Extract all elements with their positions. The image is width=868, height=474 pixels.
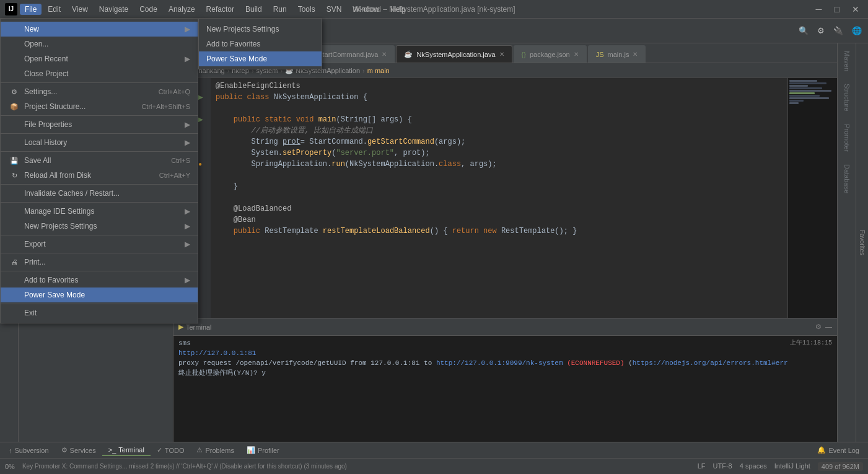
menu-save-all[interactable]: 💾 Save All Ctrl+S [1,153,198,168]
tab-close-mainjs[interactable]: ✕ [633,51,638,58]
menu-local-history[interactable]: Local History ▶ [1,135,198,150]
tab-profiler[interactable]: 📊 Profiler [240,445,286,455]
menu-refactor[interactable]: Refactor [201,4,239,15]
menu-reload[interactable]: ↻ Reload All from Disk Ctrl+Alt+Y [1,168,198,183]
tab-label-package: package.json [530,51,570,58]
code-content[interactable]: @EnableFeignClients public class NkSyste… [211,78,787,318]
promoter-panel-icon[interactable]: Promoter [843,119,851,157]
subversion-label: Subversion [15,447,49,454]
menu-new-projects-settings[interactable]: New Projects Settings ▶ [1,219,198,234]
menu-analyze[interactable]: Analyze [164,4,200,15]
status-right: LF UTF-8 4 spaces IntelliJ Light 409 of … [698,462,863,471]
menu-navigate[interactable]: Navigate [94,4,133,15]
translate-button[interactable]: 🌐 [848,24,866,38]
database-panel-icon[interactable]: Database [843,159,851,198]
tab-close-startcommand[interactable]: ✕ [382,51,387,58]
menu-exit[interactable]: Exit [1,305,198,320]
minimap-line [789,92,815,94]
sep-9 [1,271,198,271]
indent: 4 spaces [740,462,767,471]
menu-power-save[interactable]: Power Save Mode [1,287,198,302]
menu-new[interactable]: New ▶ [1,22,198,37]
settings-button[interactable]: ⚙ [813,24,828,38]
menu-code[interactable]: Code [134,4,162,15]
tab-close-nksystem[interactable]: ✕ [499,51,504,58]
tab-subversion[interactable]: ↑ Subversion [2,445,55,455]
invalidate-label: Invalidate Caches / Restart... [24,189,190,198]
close-project-label: Close Project [24,69,190,78]
new-submenu-item-2[interactable]: Add to Favorites [199,37,322,51]
new-submenu-label-1: New Projects Settings [206,25,314,33]
menu-tools[interactable]: Tools [293,4,320,15]
maximize-button[interactable]: □ [831,3,843,15]
tab-terminal[interactable]: >_ Terminal [102,445,151,456]
ide-name: IntelliJ Light [774,462,810,471]
minimap-content [788,78,837,106]
close-button[interactable]: ✕ [848,3,863,15]
terminal-settings-icon[interactable]: ⚙ [815,323,822,331]
terminal-line-proxy: proxy request /openapi/verifycode/getUUI… [178,358,832,368]
breadcrumb-item-main[interactable]: m main [367,67,390,74]
menu-edit[interactable]: Edit [43,4,66,15]
code-line-21: System.setProperty("server.port", prot); [216,147,783,159]
favorites-sidebar[interactable]: Favorites [856,43,868,442]
reload-shortcut: Ctrl+Alt+Y [159,172,190,179]
tab-todo[interactable]: ✓ TODO [151,445,191,455]
menu-run[interactable]: Run [268,4,292,15]
terminal-link-3[interactable]: https://nodejs.org/api/errors.html#err [633,359,788,367]
minimize-button[interactable]: ─ [812,3,826,15]
new-submenu-item-1[interactable]: New Projects Settings [199,22,322,37]
terminal-line-prompt: 终止批处理操作吗(Y/N)? y [178,368,832,378]
menu-open-recent[interactable]: Open Recent ▶ [1,51,198,66]
menu-add-favorites[interactable]: Add to Favorites ▶ [1,273,198,287]
menu-print[interactable]: 🖨 Print... [1,255,198,270]
event-log-tab[interactable]: 🔔 Event Log [811,445,866,455]
terminal-error: (ECONNREFUSED) [567,359,624,367]
menu-export[interactable]: Export ▶ [1,237,198,252]
tab-label-nksystem: NkSystemApplication.java [416,51,495,58]
menu-settings[interactable]: ⚙ Settings... Ctrl+Alt+Q [1,84,198,99]
export-arrow: ▶ [185,240,190,248]
sep-3 [1,133,198,134]
tab-services[interactable]: ⚙ Services [55,445,102,455]
tab-nksystem[interactable]: ☕ NkSystemApplication.java ✕ [396,45,512,63]
search-everywhere[interactable]: 🔍 [795,24,812,38]
tab-package[interactable]: {} package.json ✕ [514,45,587,63]
menu-view[interactable]: View [67,4,93,15]
maven-panel-icon[interactable]: Maven [843,46,851,76]
tab-close-package[interactable]: ✕ [574,51,579,58]
menu-manage-ide[interactable]: Manage IDE Settings ▶ [1,204,198,219]
code-line-19: //启动参数设置, 比如自动生成端口 [216,125,783,136]
menu-project-structure[interactable]: 📦 Project Structure... Ctrl+Alt+Shift+S [1,99,198,114]
terminal-link-1[interactable]: http://127.0.0.1:81 [178,349,256,357]
project-structure-shortcut: Ctrl+Alt+Shift+S [141,103,190,110]
code-line-17 [216,103,783,114]
new-submenu-label-2: Add to Favorites [206,40,314,48]
menu-build[interactable]: Build [240,4,267,15]
new-submenu-item-3[interactable]: Power Save Mode [199,51,322,66]
terminal-tab-icon: ▶ [178,323,183,331]
memory-indicator[interactable]: 409 of 962M [818,462,863,471]
services-icon: ⚙ [61,446,68,454]
tab-mainjs[interactable]: JS main.js ✕ [588,45,646,63]
tab-label-mainjs: main.js [608,51,629,58]
minimap-line [789,102,799,104]
terminal-link-2[interactable]: http://127.0.0.1:9099/nk-system [436,359,563,367]
services-label: Services [70,447,96,454]
plugins-button[interactable]: 🔌 [830,24,847,38]
tab-problems[interactable]: ⚠ Problems [190,445,240,455]
menu-close-project[interactable]: Close Project [1,66,198,81]
structure-panel-icon[interactable]: Structure [843,79,851,116]
menu-file[interactable]: File [20,4,42,15]
settings-icon: ⚙ [8,88,20,96]
menu-svn[interactable]: SVN [322,4,347,15]
bottom-tabs-bar: ↑ Subversion ⚙ Services >_ Terminal ✓ TO… [0,442,868,458]
menu-open[interactable]: Open... [1,37,198,51]
minimap-line [789,82,826,84]
terminal-minimize-icon[interactable]: — [825,323,832,331]
file-menu: New ▶ Open... Open Recent ▶ Close Projec… [0,19,198,323]
menu-invalidate[interactable]: Invalidate Caches / Restart... [1,186,198,201]
save-all-icon: 💾 [8,157,20,165]
menu-file-properties[interactable]: File Properties ▶ [1,117,198,132]
sep-1 [1,82,198,83]
